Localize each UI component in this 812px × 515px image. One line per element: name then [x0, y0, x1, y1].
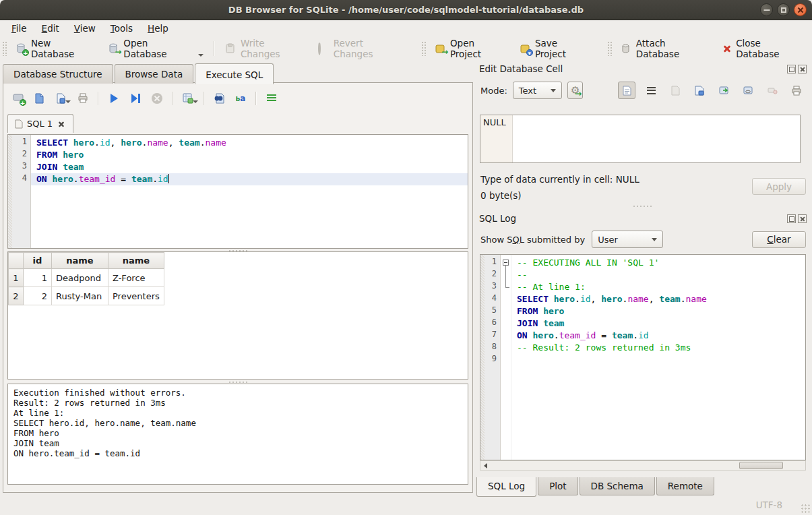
- text-mode-button[interactable]: [618, 82, 635, 99]
- float-dock-icon[interactable]: [787, 214, 796, 223]
- export-button[interactable]: [739, 82, 757, 99]
- tab-database-structure[interactable]: Database Structure: [3, 64, 113, 84]
- cell-editor-content[interactable]: [513, 115, 800, 162]
- cell-editor[interactable]: NULL: [480, 115, 801, 163]
- cell-hero-name[interactable]: Rusty-Man: [52, 287, 108, 305]
- menu-edit[interactable]: Edit: [36, 21, 65, 36]
- new-sql-tab-button[interactable]: +: [9, 90, 28, 107]
- log-line-3[interactable]: -- At line 1:: [511, 281, 805, 293]
- fold-margin[interactable]: [501, 255, 511, 460]
- log-horizontal-scrollbar[interactable]: [480, 460, 806, 471]
- results-grid[interactable]: id name name 1 1 Deadpond Z-Force 2 2 Ru…: [7, 251, 468, 380]
- tab-browse-data[interactable]: Browse Data: [115, 64, 194, 84]
- toolbar-drag-handle[interactable]: [2, 41, 7, 56]
- clear-log-button[interactable]: Clear: [752, 231, 806, 248]
- menu-file[interactable]: File: [5, 21, 33, 36]
- results-col-id[interactable]: id: [24, 253, 52, 269]
- submitter-combobox[interactable]: User: [592, 231, 663, 248]
- write-changes-button[interactable]: Write Changes: [219, 34, 312, 63]
- dock-tab-db-schema[interactable]: DB Schema: [580, 477, 655, 495]
- mode-combobox[interactable]: Text: [513, 82, 563, 99]
- log-line-2[interactable]: --: [511, 269, 805, 281]
- log-line-1[interactable]: -- EXECUTING ALL IN 'SQL 1': [511, 257, 805, 269]
- log-line-8[interactable]: -- Result: 2 rows returned in 3ms: [511, 342, 805, 354]
- stop-execution-button[interactable]: [148, 90, 166, 107]
- execute-line-button[interactable]: [126, 90, 145, 107]
- maximize-button[interactable]: [777, 3, 790, 16]
- titlebar[interactable]: DB Browser for SQLite - /home/user/code/…: [0, 0, 812, 20]
- cell-team-name[interactable]: Preventers: [108, 287, 164, 305]
- menu-tools[interactable]: Tools: [104, 21, 139, 36]
- dock-tab-sql-log[interactable]: SQL Log: [476, 477, 536, 497]
- execute-all-button[interactable]: [104, 90, 123, 107]
- word-wrap-button[interactable]: [642, 82, 660, 99]
- menu-help[interactable]: Help: [142, 21, 175, 36]
- sql1-tab[interactable]: SQL 1: [7, 114, 73, 133]
- row-header[interactable]: 1: [9, 269, 24, 287]
- open-database-dropdown-icon[interactable]: [198, 54, 204, 57]
- sql-log-view[interactable]: 1 2 3 4 5 6 7 8 9 -- EXECUTING ALL IN 'S…: [480, 254, 806, 460]
- sql-log-code[interactable]: -- EXECUTING ALL IN 'SQL 1' -- -- At lin…: [511, 255, 805, 460]
- save-sql-dropdown-icon[interactable]: [65, 100, 71, 103]
- minimize-button[interactable]: [760, 3, 773, 16]
- open-sql-file-button[interactable]: [30, 90, 49, 107]
- format-sql-button[interactable]: [262, 90, 281, 107]
- log-line-5[interactable]: FROM hero: [511, 305, 805, 317]
- menu-view[interactable]: View: [68, 21, 102, 36]
- results-col-name2[interactable]: name: [108, 253, 164, 269]
- print-sql-button[interactable]: [73, 90, 92, 107]
- syntax-check-button[interactable]: ba: [231, 90, 250, 107]
- close-dock-icon[interactable]: [798, 65, 807, 73]
- auto-detect-mode-button[interactable]: ⚙ →: [567, 82, 583, 99]
- scrollbar-thumb[interactable]: [739, 462, 784, 469]
- sql-editor[interactable]: 1 2 3 4 SELECT hero.id, hero.name, team.…: [7, 134, 468, 249]
- attach-database-button[interactable]: Attach Database: [615, 34, 717, 63]
- edit-cell-dock-titlebar[interactable]: Edit Database Cell: [479, 62, 807, 75]
- save-results-button[interactable]: [179, 90, 197, 107]
- fold-collapse-icon[interactable]: [503, 260, 509, 266]
- resize-grip[interactable]: [801, 504, 810, 513]
- toolbar-drag-handle[interactable]: [607, 41, 613, 56]
- results-col-name1[interactable]: name: [52, 253, 108, 269]
- sql-editor-code[interactable]: SELECT hero.id, hero.name, team.name FRO…: [31, 135, 468, 248]
- apply-button[interactable]: Apply: [752, 178, 806, 195]
- log-line-4[interactable]: SELECT hero.id, hero.name, team.name: [511, 293, 805, 305]
- set-null-button[interactable]: [763, 82, 781, 99]
- log-line-7[interactable]: ON hero.team_id = team.id: [511, 330, 805, 342]
- sql-line-2[interactable]: FROM hero: [31, 149, 468, 161]
- dock-tab-plot[interactable]: Plot: [538, 477, 577, 495]
- save-results-dropdown-icon[interactable]: [193, 100, 198, 103]
- new-database-button[interactable]: + New Database: [9, 34, 102, 63]
- sql-line-4-current[interactable]: ON hero.team_id = team.id: [31, 173, 468, 185]
- cell-id[interactable]: 2: [24, 287, 52, 305]
- float-dock-icon[interactable]: [787, 65, 796, 73]
- scroll-left-icon[interactable]: [480, 461, 490, 470]
- execution-messages[interactable]: Execution finished without errors. Resul…: [7, 384, 468, 485]
- log-line-9[interactable]: [511, 354, 805, 366]
- sql-line-1[interactable]: SELECT hero.id, hero.name, team.name: [31, 137, 468, 149]
- sql-log-dock-titlebar[interactable]: SQL Log: [479, 212, 807, 225]
- scrollbar-track[interactable]: [490, 461, 805, 470]
- log-line-6[interactable]: JOIN team: [511, 317, 805, 330]
- toolbar-drag-handle[interactable]: [421, 41, 427, 56]
- open-database-button[interactable]: → Open Database: [102, 34, 210, 63]
- find-button[interactable]: [210, 90, 228, 107]
- open-project-button[interactable]: → Open Project: [429, 34, 513, 63]
- import-button[interactable]: [715, 82, 732, 99]
- tab-execute-sql[interactable]: Execute SQL: [195, 63, 274, 84]
- save-project-button[interactable]: ▾ Save Project: [513, 34, 596, 63]
- save-file-button[interactable]: [691, 82, 708, 99]
- cell-team-name[interactable]: Z-Force: [108, 269, 164, 287]
- save-sql-file-button[interactable]: [52, 90, 71, 107]
- docks-splitter[interactable]: [475, 206, 809, 207]
- row-header[interactable]: 2: [9, 287, 24, 305]
- print-cell-button[interactable]: [788, 82, 805, 99]
- cell-id[interactable]: 1: [24, 269, 52, 287]
- results-corner-header[interactable]: [9, 253, 24, 269]
- open-file-button[interactable]: [666, 82, 684, 99]
- dock-tab-remote[interactable]: Remote: [656, 477, 714, 495]
- close-sql1-tab-icon[interactable]: [58, 120, 65, 127]
- sql-line-3[interactable]: JOIN team: [31, 161, 468, 173]
- cell-hero-name[interactable]: Deadpond: [52, 269, 108, 287]
- close-dock-icon[interactable]: [798, 214, 807, 223]
